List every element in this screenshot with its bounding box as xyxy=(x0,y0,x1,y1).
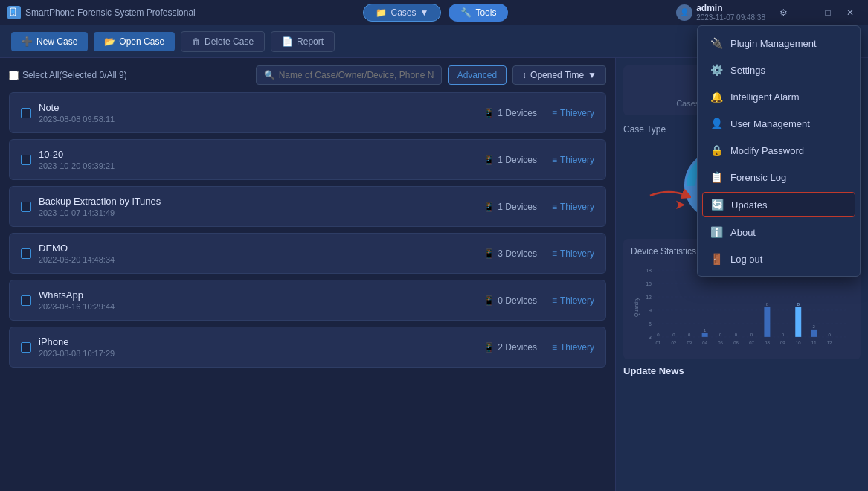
case-name: iPhone xyxy=(39,336,476,347)
menu-item-log-out[interactable]: 🚪 Log out xyxy=(698,246,860,272)
svg-text:0: 0 xyxy=(828,333,831,337)
case-checkbox[interactable] xyxy=(21,155,31,165)
devices-label: 3 Devices xyxy=(498,248,537,259)
svg-text:2: 2 xyxy=(813,324,816,329)
admin-details: admin 2023-11-07 09:48:38 xyxy=(696,3,765,22)
device-icon: 📱 xyxy=(483,295,495,306)
svg-text:6: 6 xyxy=(649,321,652,327)
thievery-label: Thievery xyxy=(560,155,594,165)
left-panel: Select All(Selected 0/All 9) 🔍 Advanced … xyxy=(0,58,615,491)
admin-datetime: 2023-11-07 09:48:38 xyxy=(696,13,765,22)
minimize-button[interactable]: — xyxy=(795,4,816,21)
svg-rect-1 xyxy=(12,10,15,13)
devices-label: 0 Devices xyxy=(498,295,537,306)
delete-case-icon: 🗑 xyxy=(192,36,201,47)
open-case-button[interactable]: 📂 Open Case xyxy=(94,32,175,51)
menu-item-modify-password[interactable]: 🔒 Modify Password xyxy=(698,137,860,164)
svg-text:0: 0 xyxy=(672,333,675,337)
case-checkbox[interactable] xyxy=(21,248,31,259)
devices-label: 1 Devices xyxy=(498,108,537,118)
close-button[interactable]: ✕ xyxy=(840,4,861,21)
new-case-button[interactable]: ➕ New Case xyxy=(11,32,88,51)
case-item[interactable]: 10-20 2023-10-20 09:39:21 📱 1 Devices ≡ … xyxy=(9,139,606,180)
menu-icon-about: ℹ️ xyxy=(710,225,723,239)
case-item[interactable]: Note 2023-08-08 09:58:11 📱 1 Devices ≡ T… xyxy=(9,92,606,133)
menu-label-log-out: Log out xyxy=(730,254,762,265)
case-name: 10-20 xyxy=(39,149,476,160)
menu-label-updates: Updates xyxy=(731,199,767,211)
svg-text:9: 9 xyxy=(649,308,652,313)
sort-button[interactable]: ↕ Opened Time ▼ xyxy=(512,65,606,85)
settings-icon[interactable]: ⚙ xyxy=(773,4,794,21)
menu-item-about[interactable]: ℹ️ About xyxy=(698,219,860,246)
menu-icon-plugin-management: 🔌 xyxy=(710,36,723,50)
chevron-down-icon: ▼ xyxy=(588,70,597,80)
case-name: Backup Extraction by iTunes xyxy=(39,196,476,207)
thievery-badge: ≡ Thievery xyxy=(552,295,594,306)
svg-text:1: 1 xyxy=(704,328,707,333)
case-date: 2023-10-20 09:39:21 xyxy=(39,161,476,170)
devices-badge: 📱 3 Devices xyxy=(483,248,537,259)
svg-text:18: 18 xyxy=(646,268,652,273)
svg-rect-45 xyxy=(795,307,801,337)
case-meta: 📱 1 Devices ≡ Thievery xyxy=(483,108,594,118)
case-checkbox[interactable] xyxy=(21,295,31,306)
delete-case-button[interactable]: 🗑 Delete Case xyxy=(181,31,265,52)
case-meta: 📱 0 Devices ≡ Thievery xyxy=(483,295,594,306)
case-item[interactable]: Backup Extraction by iTunes 2023-10-07 1… xyxy=(9,186,606,227)
thievery-icon: ≡ xyxy=(552,108,557,118)
case-item[interactable]: WhatsApp 2023-08-16 10:29:44 📱 0 Devices… xyxy=(9,280,606,321)
thievery-label: Thievery xyxy=(560,295,594,306)
case-checkbox[interactable] xyxy=(21,202,31,212)
menu-item-plugin-management[interactable]: 🔌 Plugin Management xyxy=(698,30,860,57)
app-logo: SmartPhone Forensic System Professional xyxy=(7,6,196,19)
case-date: 2023-08-08 10:17:29 xyxy=(39,349,476,358)
thievery-icon: ≡ xyxy=(552,248,557,259)
svg-text:11: 11 xyxy=(811,341,817,345)
search-box[interactable]: 🔍 xyxy=(256,65,442,85)
svg-text:0: 0 xyxy=(782,333,785,337)
case-name: Note xyxy=(39,102,476,113)
tools-button[interactable]: 🔧 Tools xyxy=(449,4,508,22)
menu-icon-updates: 🔄 xyxy=(710,198,724,211)
thievery-label: Thievery xyxy=(560,342,594,353)
svg-text:0: 0 xyxy=(735,333,738,337)
svg-text:0: 0 xyxy=(719,333,722,337)
menu-item-forensic-log[interactable]: 📋 Forensic Log xyxy=(698,164,860,190)
report-button[interactable]: 📄 Report xyxy=(271,31,335,52)
svg-text:8: 8 xyxy=(797,302,800,307)
menu-item-intelligent-alarm[interactable]: 🔔 Intelligent Alarm xyxy=(698,83,860,110)
case-date: 2023-08-08 09:58:11 xyxy=(39,115,476,123)
devices-label: 1 Devices xyxy=(498,155,537,165)
menu-label-user-management: User Management xyxy=(730,118,810,129)
case-info: 10-20 2023-10-20 09:39:21 xyxy=(39,149,476,170)
advanced-button[interactable]: Advanced xyxy=(448,65,507,85)
menu-item-settings[interactable]: ⚙️ Settings xyxy=(698,57,860,83)
case-meta: 📱 2 Devices ≡ Thievery xyxy=(483,342,594,353)
select-all-checkbox[interactable] xyxy=(9,71,19,80)
menu-icon-user-management: 👤 xyxy=(710,117,723,130)
menu-item-updates[interactable]: 🔄 Updates ➤ xyxy=(702,192,855,217)
case-checkbox[interactable] xyxy=(21,108,31,118)
svg-point-2 xyxy=(13,13,13,14)
cases-button[interactable]: 📁 Cases ▼ xyxy=(363,4,441,22)
case-item[interactable]: iPhone 2023-08-08 10:17:29 📱 2 Devices ≡… xyxy=(9,327,606,368)
highlight-arrow: ➤ xyxy=(675,196,686,213)
search-input[interactable] xyxy=(279,70,434,80)
case-date: 2023-08-16 10:29:44 xyxy=(39,302,476,311)
menu-item-user-management[interactable]: 👤 User Management xyxy=(698,110,860,137)
svg-text:05: 05 xyxy=(718,341,723,345)
case-item[interactable]: DEMO 2022-06-20 14:48:34 📱 3 Devices ≡ T… xyxy=(9,233,606,274)
svg-text:06: 06 xyxy=(733,341,739,345)
thievery-icon: ≡ xyxy=(552,342,557,353)
case-name: DEMO xyxy=(39,243,476,254)
window-controls: ⚙ — □ ✕ xyxy=(773,4,861,21)
case-info: Backup Extraction by iTunes 2023-10-07 1… xyxy=(39,196,476,217)
svg-text:10: 10 xyxy=(796,341,801,345)
svg-rect-27 xyxy=(702,333,708,337)
maximize-button[interactable]: □ xyxy=(817,4,838,21)
case-checkbox[interactable] xyxy=(21,342,31,353)
device-icon: 📱 xyxy=(483,202,495,212)
svg-text:12: 12 xyxy=(646,295,652,300)
thievery-badge: ≡ Thievery xyxy=(552,342,594,353)
